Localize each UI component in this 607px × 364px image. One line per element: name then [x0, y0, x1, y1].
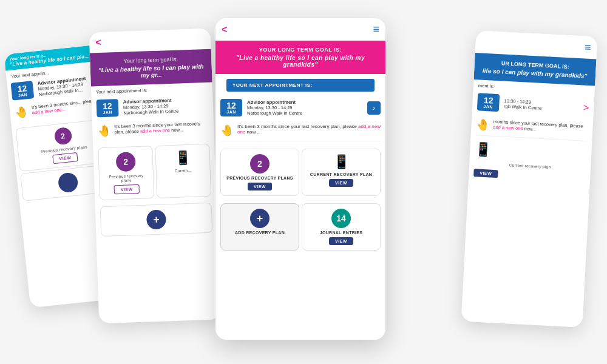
phone-card-4: ≡ UR LONG TERM GOAL IS: life so I can pl…	[461, 30, 598, 328]
card3-appt-info: Advisor appointment Monday, 13:30 - 14:2…	[247, 99, 302, 116]
card2-recovery-notice: 🤚 It's been 3 months since your last rec…	[92, 117, 214, 142]
card2-goal-text: "Live a healthy life so I can play with …	[98, 63, 205, 80]
card3-appt-location: Narborough Walk In Centre	[247, 110, 302, 116]
card3-goal-banner: YOUR LONG TERM GOAL IS:	[223, 47, 378, 53]
card2-date-day: 12	[100, 101, 115, 110]
card3-date-box: 12 JAN	[220, 99, 242, 116]
card4-appt-info: 13:30 - 14:29 rgh Walk In Centre	[504, 98, 542, 110]
card3-journal-view-btn[interactable]: VIEW	[329, 237, 353, 245]
card2-appt-location: Narborough Walk In Centre	[123, 109, 178, 116]
card3-view-btn[interactable]: VIEW	[248, 183, 272, 190]
card4-date-month: JAN	[481, 104, 495, 109]
card1-date-box: 12 JAN	[10, 81, 34, 101]
card4-date-day: 12	[481, 96, 496, 105]
card3-recovery-end: now...	[247, 129, 260, 135]
card2-current-plan: 📱 Curren...	[155, 144, 211, 198]
card4-date-box: 12 JAN	[477, 93, 500, 112]
card3-current-label: CURRENT RECOVERY PLAN	[310, 172, 372, 177]
card2-date-month: JAN	[100, 110, 115, 115]
card4-chevron-right[interactable]: >	[583, 102, 589, 113]
card3-current-view-btn[interactable]: VIEW	[329, 179, 353, 187]
card3-add-plan: + ADD RECOVERY PLAN	[220, 203, 299, 251]
card4-recovery-link[interactable]: add a new one	[493, 124, 523, 132]
card2-appointment-row: 12 JAN Advisor appointment Monday, 13:30…	[91, 92, 213, 121]
card2-date-box: 12 JAN	[97, 99, 119, 117]
card3-grid-bottom: + ADD RECOVERY PLAN 14 JOURNAL ENTRIES V…	[215, 203, 385, 255]
card3-appt-title: Advisor appointment	[247, 99, 302, 105]
card3-appt-banner: YOUR NEXT APPOINTMENT IS:	[226, 79, 375, 92]
card2-prev-num: 2	[116, 152, 136, 172]
card3-prev-num: 2	[250, 154, 270, 174]
card3-journal-label: JOURNAL ENTRIES	[320, 231, 363, 235]
card3-goal-text: "Live a healthy life so I can play with …	[223, 55, 378, 68]
card2-goal-header: Your long term goal is: "Live a healthy …	[90, 49, 212, 87]
card2-recovery-end: now...	[171, 127, 183, 133]
card3-date-day: 12	[224, 101, 239, 110]
card4-recovery-end: now...	[524, 126, 536, 132]
hand-icon-3: 🤚	[220, 124, 234, 137]
card3-back-btn[interactable]: <	[222, 24, 227, 35]
card3-goal-header: YOUR LONG TERM GOAL IS: "Live a healthy …	[215, 41, 385, 74]
card3-appt-time: Monday, 13:30 - 14:29	[247, 105, 302, 110]
card4-menu-btn[interactable]: ≡	[584, 41, 591, 54]
card2-grid: 2 Previous recovery plans View 📱 Curren.…	[93, 140, 216, 204]
phone-icon-3: 📱	[333, 154, 350, 170]
card1-view-btn[interactable]: View	[52, 152, 78, 164]
card2-appt-info: Advisor appointment Monday, 13:30 - 14:2…	[123, 98, 179, 116]
card2-recovery-link[interactable]: add a new one	[140, 127, 171, 134]
card1-add-circle	[57, 172, 78, 193]
card1-prev-num: 2	[53, 127, 72, 146]
card1-appt-info: Advisor appointment Monday, 13:30 - 14:2…	[37, 76, 87, 97]
card3-recovery-notice: 🤚 It's been 3 months since your last rec…	[215, 120, 385, 141]
phone-icon-2: 📱	[174, 150, 191, 166]
card4-view-btn[interactable]: View	[473, 169, 498, 178]
card2-add-row: +	[95, 200, 218, 239]
card2-view-btn[interactable]: View	[114, 184, 140, 194]
card3-recovery-text: It's been 3 months since your last recov…	[237, 124, 357, 129]
card3-prev-label: PREVIOUS RECOVERY PLANS	[226, 176, 293, 180]
phone-card-3: < ≡ YOUR LONG TERM GOAL IS: "Live a heal…	[215, 18, 385, 340]
hand-icon-1: 🤚	[15, 105, 29, 120]
card2-back-btn[interactable]: <	[95, 37, 101, 48]
card1-prev-label: Previous recovery plans	[41, 144, 88, 153]
card3-appt-banner-wrap: YOUR NEXT APPOINTMENT IS:	[222, 79, 379, 92]
card2-add-plan: +	[100, 203, 213, 237]
hand-icon-2: 🤚	[97, 124, 111, 138]
card3-current-plan: 📱 CURRENT RECOVERY PLAN VIEW	[302, 149, 381, 196]
card2-current-label: Curren...	[175, 168, 192, 173]
phone-card-2: < Your long term goal is: "Live a health…	[89, 29, 221, 324]
card3-add-circle: +	[250, 209, 270, 228]
card3-journal: 14 JOURNAL ENTRIES VIEW	[302, 203, 381, 251]
card1-date-month: JAN	[15, 92, 30, 98]
card3-menu-btn[interactable]: ≡	[373, 23, 379, 36]
card3-journal-num: 14	[331, 209, 351, 228]
card3-date-month: JAN	[224, 110, 239, 114]
card4-current-plan-section: 📱 Current recovery plan View	[469, 135, 592, 189]
card3-appointment-row: 12 JAN Advisor appointment Monday, 13:30…	[215, 95, 385, 120]
card3-appt-next-btn[interactable]: ›	[367, 101, 381, 115]
card3-add-label: ADD RECOVERY PLAN	[235, 231, 285, 235]
card2-add-circle: +	[146, 209, 166, 229]
card3-grid: 2 PREVIOUS RECOVERY PLANS VIEW 📱 CURRENT…	[215, 144, 385, 201]
card3-nav: < ≡	[215, 18, 385, 41]
card4-appt-location: rgh Walk In Centre	[504, 103, 542, 110]
card3-prev-plans: 2 PREVIOUS RECOVERY PLANS VIEW	[220, 149, 299, 196]
phone-icon-4: 📱	[475, 141, 492, 157]
card2-prev-label: Previous recovery plans	[104, 173, 148, 183]
card2-prev-plans: 2 Previous recovery plans View	[98, 146, 154, 200]
hand-icon-4: 🤚	[476, 118, 490, 132]
